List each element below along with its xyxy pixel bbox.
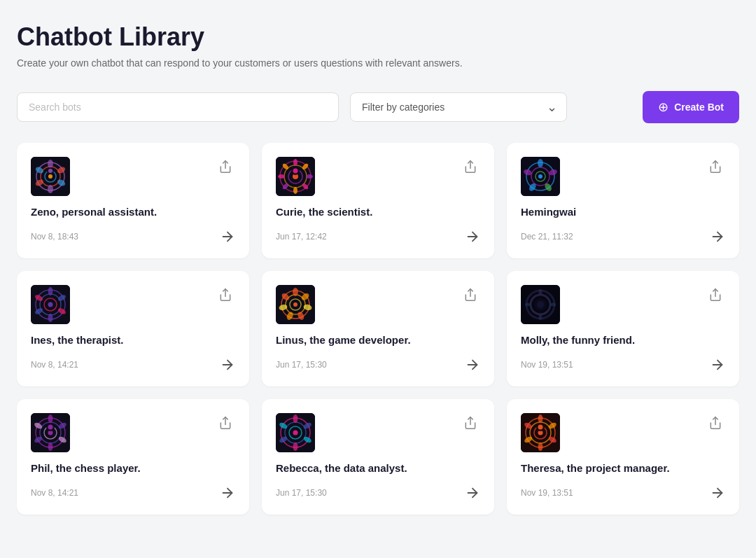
bot-card[interactable]: Zeno, personal assistant. Nov 8, 18:43 [17,143,249,258]
navigate-button[interactable] [220,229,235,244]
plus-icon: ⊕ [658,99,668,115]
bot-name: Theresa, the project manager. [521,462,725,474]
bot-timestamp: Nov 8, 14:21 [31,488,78,498]
share-icon [708,288,722,302]
bot-name: Curie, the scientist. [276,206,480,218]
bot-card-header [31,413,235,452]
svg-point-12 [48,169,52,173]
bot-card-footer: Nov 8, 14:21 [31,485,235,501]
share-button[interactable] [216,285,235,305]
svg-point-49 [48,287,53,295]
navigate-button[interactable] [465,485,480,501]
bot-card[interactable]: Theresa, the project manager. Nov 19, 13… [507,399,739,515]
svg-point-78 [539,314,542,320]
bot-card-header [521,413,725,452]
svg-point-122 [538,425,543,430]
page-header: Chatbot Library Create your own chatbot … [17,22,739,69]
bot-name: Ines, the therapist. [31,334,235,346]
page-subtitle: Create your own chatbot that can respond… [17,57,739,69]
bot-card[interactable]: Molly, the funny friend. Nov 19, 13:51 [507,271,739,386]
bot-timestamp: Jun 17, 12:42 [276,232,327,242]
share-button[interactable] [216,413,235,433]
bot-card-header [31,285,235,324]
arrow-right-icon [465,357,480,372]
svg-point-118 [538,442,543,451]
svg-point-61 [293,302,298,307]
bot-name: Zeno, personal assistant. [31,206,235,218]
navigate-button[interactable] [220,485,235,501]
svg-point-76 [539,289,542,295]
arrow-right-icon [220,229,235,244]
bot-timestamp: Nov 19, 13:51 [521,488,573,498]
svg-point-48 [48,302,53,307]
share-icon [463,288,477,302]
bot-avatar [521,285,560,324]
bot-card-header [276,413,480,452]
svg-point-52 [48,314,53,322]
share-icon [708,416,722,430]
bot-card[interactable]: Linus, the game developer. Jun 17, 15:30 [262,271,494,386]
bot-card-footer: Jun 17, 15:30 [276,357,480,372]
bot-timestamp: Nov 19, 13:51 [521,360,573,370]
bot-name: Hemingwai [521,206,725,218]
page-title: Chatbot Library [17,22,739,52]
svg-point-75 [537,301,544,308]
navigate-button[interactable] [710,485,725,501]
bot-card-footer: Dec 21, 11:32 [521,229,725,244]
bot-avatar [276,413,315,452]
arrow-right-icon [220,357,235,372]
bot-card[interactable]: Rebecca, the data analyst. Jun 17, 15:30 [262,399,494,515]
navigate-button[interactable] [465,357,480,372]
svg-point-90 [48,442,53,451]
svg-point-105 [293,442,298,451]
bot-card-header [31,157,235,196]
navigate-button[interactable] [710,357,725,372]
svg-point-4 [48,174,52,179]
share-button[interactable] [216,157,235,176]
share-button[interactable] [461,157,480,176]
bot-card-footer: Nov 8, 18:43 [31,229,235,244]
bot-name: Linus, the game developer. [276,334,480,346]
bot-avatar [31,157,70,196]
svg-point-20 [293,159,298,166]
share-button[interactable] [706,285,725,305]
create-bot-button[interactable]: ⊕ Create Bot [643,91,739,123]
svg-point-37 [538,159,543,167]
search-input[interactable] [17,92,339,122]
share-button[interactable] [706,413,725,433]
svg-point-87 [48,414,53,423]
share-button[interactable] [706,157,725,176]
bot-avatar [31,413,70,452]
bot-timestamp: Dec 21, 11:32 [521,232,573,242]
svg-point-22 [306,174,313,179]
svg-point-24 [293,187,298,194]
bot-avatar [31,285,70,324]
bot-card-header [276,157,480,196]
bot-card[interactable]: Phil, the chess player. Nov 8, 14:21 [17,399,249,515]
bot-card[interactable]: Hemingwai Dec 21, 11:32 [507,143,739,258]
bot-name: Phil, the chess player. [31,462,235,474]
arrow-right-icon [220,485,235,501]
search-input-wrapper [17,92,339,122]
bot-card[interactable]: Ines, the therapist. Nov 8, 14:21 [17,271,249,386]
svg-point-94 [48,425,53,430]
bot-avatar [276,157,315,196]
svg-point-115 [538,414,543,423]
bot-timestamp: Nov 8, 18:43 [31,232,78,242]
share-icon [463,160,477,174]
navigate-button[interactable] [710,229,725,244]
bots-grid: Zeno, personal assistant. Nov 8, 18:43 [17,143,739,515]
navigate-button[interactable] [465,229,480,244]
bot-card-footer: Nov 8, 14:21 [31,357,235,372]
bot-timestamp: Nov 8, 14:21 [31,360,78,370]
navigate-button[interactable] [220,357,235,372]
share-button[interactable] [461,413,480,433]
filter-select[interactable]: Filter by categories [350,92,567,122]
bot-card-footer: Jun 17, 15:30 [276,485,480,501]
bot-card[interactable]: Curie, the scientist. Jun 17, 12:42 [262,143,494,258]
share-button[interactable] [461,285,480,305]
arrow-right-icon [465,485,480,501]
bot-name: Rebecca, the data analyst. [276,462,480,474]
bot-avatar [276,285,315,324]
bot-timestamp: Jun 17, 15:30 [276,360,327,370]
